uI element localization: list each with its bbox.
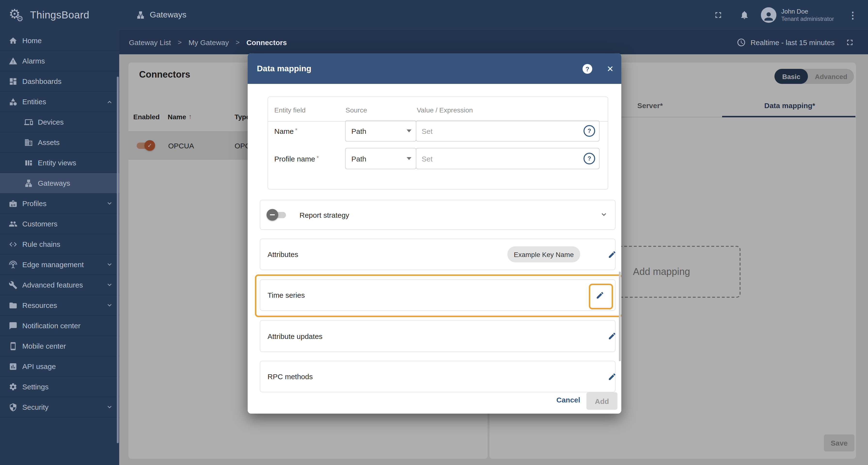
notifications-bell-button[interactable] (740, 0, 749, 30)
chevron-down-icon (106, 301, 114, 309)
fullscreen-button[interactable] (713, 0, 723, 30)
assets-icon (24, 138, 33, 147)
sidebar-scrollbar[interactable] (117, 77, 119, 443)
api-usage-icon (9, 362, 18, 371)
entity-views-icon (24, 158, 33, 167)
attribute-updates-row: Attribute updates (260, 320, 616, 352)
sidebar-item-mobile-center[interactable]: Mobile center (0, 336, 119, 356)
profile-value-input-box (416, 148, 599, 169)
sidebar: Home Alarms Dashboards Entities Devices … (0, 30, 119, 465)
edit-time-series-pencil-icon[interactable] (596, 291, 604, 299)
dashboard-fullscreen-icon[interactable] (845, 37, 855, 47)
resources-icon (9, 301, 18, 310)
add-button[interactable]: Add (586, 392, 617, 410)
sidebar-item-resources[interactable]: Resources (0, 295, 119, 316)
field-label-profile-name: Profile name* (274, 155, 319, 163)
sidebar-item-entity-views[interactable]: Entity views (0, 153, 119, 173)
attributes-label: Attributes (268, 250, 298, 258)
user-role: Tenant administrator (781, 15, 834, 23)
dropdown-arrow-icon (407, 129, 411, 133)
sidebar-item-home[interactable]: Home (0, 31, 119, 51)
edit-rpc-methods-pencil-icon[interactable] (608, 372, 617, 381)
profile-source-select[interactable]: Path (345, 148, 416, 169)
entity-field-table: Entity field Source Value / Expression N… (268, 96, 608, 190)
attributes-row: Attributes Example Key Name (260, 238, 616, 270)
attribute-key-chip[interactable]: Example Key Name (507, 246, 580, 262)
sidebar-item-assets[interactable]: Assets (0, 133, 119, 153)
sidebar-item-security[interactable]: Security (0, 397, 119, 417)
gateways-icon (136, 11, 145, 20)
sidebar-item-api-usage[interactable]: API usage (0, 356, 119, 377)
security-icon (9, 403, 18, 411)
report-strategy-toggle[interactable] (267, 209, 288, 221)
field-label-name: Name* (274, 127, 297, 135)
sidebar-item-gateways[interactable]: Gateways (0, 173, 119, 194)
breadcrumb-my-gateway[interactable]: My Gateway (188, 38, 229, 46)
sidebar-item-advanced-features[interactable]: Advanced features (0, 275, 119, 295)
edge-management-icon (9, 260, 18, 269)
sidebar-item-customers[interactable]: Customers (0, 214, 119, 234)
time-series-label: Time series (268, 291, 305, 299)
home-icon (9, 36, 18, 45)
breadcrumb-separator: > (178, 38, 182, 46)
timewindow-control[interactable]: Realtime - last 15 minutes (737, 30, 855, 54)
sidebar-item-settings[interactable]: Settings (0, 377, 119, 397)
modal-scrollbar[interactable] (619, 271, 621, 361)
section-title: Gateways (136, 0, 186, 30)
dashboards-icon (9, 77, 18, 86)
profiles-icon (9, 199, 18, 208)
data-mapping-dialog: Data mapping ? ✕ Entity field Source Val… (248, 53, 621, 414)
attribute-updates-label: Attribute updates (268, 332, 322, 340)
top-app-bar: ⚙ ⚙ ThingsBoard Gateways John Doe Tenant… (0, 0, 868, 30)
breadcrumb-gateway-list[interactable]: Gateway List (129, 38, 171, 46)
user-menu[interactable]: John Doe Tenant administrator (761, 0, 834, 30)
help-icon[interactable]: ? (583, 64, 592, 74)
brand[interactable]: ⚙ ⚙ ThingsBoard (8, 0, 89, 30)
help-icon[interactable]: ? (584, 125, 595, 137)
dropdown-arrow-icon (407, 157, 411, 160)
help-icon[interactable]: ? (584, 153, 595, 164)
user-name: John Doe (781, 7, 834, 15)
breadcrumb-bar: Gateway List > My Gateway > Connectors R… (119, 30, 868, 54)
chevron-down-icon[interactable] (599, 210, 608, 219)
dialog-title: Data mapping (257, 64, 311, 74)
name-source-select[interactable]: Path (345, 120, 416, 142)
minus-icon (270, 214, 275, 215)
sidebar-item-dashboards[interactable]: Dashboards (0, 71, 119, 92)
gateways-icon (24, 179, 33, 187)
chevron-down-icon (106, 200, 114, 207)
sidebar-item-entities[interactable]: Entities (0, 92, 119, 112)
sidebar-item-profiles[interactable]: Profiles (0, 194, 119, 214)
rpc-methods-row: RPC methods (260, 361, 616, 392)
sidebar-item-notification-center[interactable]: Notification center (0, 316, 119, 336)
settings-icon (9, 382, 18, 391)
close-icon[interactable]: ✕ (605, 63, 615, 74)
breadcrumb-connectors: Connectors (246, 38, 287, 46)
edit-attribute-updates-pencil-icon[interactable] (608, 332, 617, 340)
more-vert-icon[interactable]: ⋮ (848, 0, 857, 30)
sidebar-item-devices[interactable]: Devices (0, 112, 119, 133)
section-title-label: Gateways (150, 10, 186, 20)
profile-source-value: Path (351, 154, 366, 163)
chevron-down-icon (106, 403, 114, 411)
header-source: Source (346, 106, 367, 114)
timewindow-label: Realtime - last 15 minutes (750, 38, 835, 46)
edit-attributes-pencil-icon[interactable] (608, 250, 617, 259)
sidebar-item-rule-chains[interactable]: Rule chains (0, 234, 119, 255)
report-strategy-label: Report strategy (300, 211, 349, 219)
breadcrumb-separator: > (236, 38, 240, 46)
clock-icon (737, 37, 746, 47)
chevron-down-icon (106, 281, 114, 289)
avatar (761, 7, 776, 23)
cancel-button[interactable]: Cancel (554, 395, 583, 404)
sidebar-nav: Home Alarms Dashboards Entities Devices … (0, 31, 119, 417)
notification-center-icon (9, 321, 18, 330)
sidebar-item-edge-management[interactable]: Edge management (0, 255, 119, 275)
entities-icon (9, 97, 18, 106)
name-source-value: Path (351, 127, 366, 135)
report-strategy-row: Report strategy (260, 200, 616, 230)
sidebar-item-alarms[interactable]: Alarms (0, 51, 119, 71)
name-value-input-box (416, 120, 599, 142)
chevron-up-icon (106, 98, 114, 106)
header-value-expression: Value / Expression (417, 106, 473, 114)
